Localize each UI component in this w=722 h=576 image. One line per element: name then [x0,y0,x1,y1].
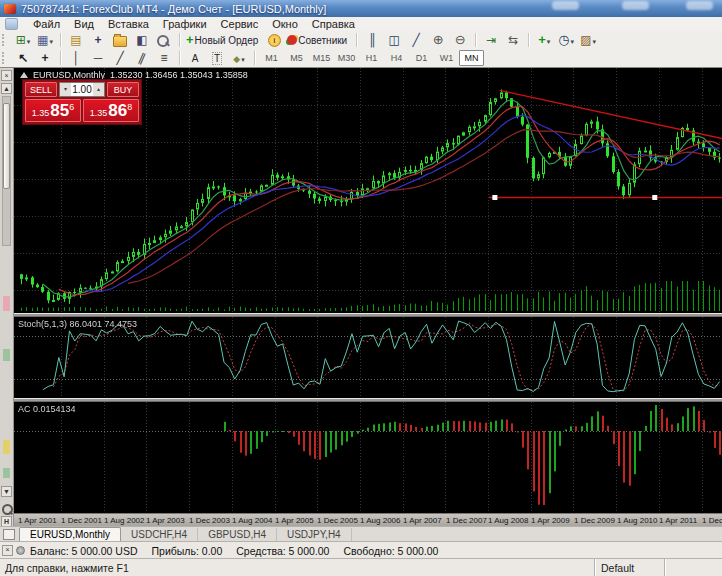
bar-chart-type-button[interactable] [362,31,382,49]
window-list-icon[interactable] [3,529,15,540]
chart-tab-bar: EURUSD,Monthly USDCHF,H4 GBPUSD,H4 USDJP… [0,526,722,542]
system-menu-icon[interactable] [5,18,18,30]
new-chart-icon [16,33,26,47]
navigator-button[interactable] [110,31,130,49]
toolbar-separator [60,33,61,47]
line-chart-type-button[interactable] [406,31,426,49]
zoom-out-icon [455,33,466,47]
info-button[interactable] [264,31,284,49]
tab-usdjpy-h4[interactable]: USDJPY,H4 [277,528,352,542]
timeframe-mn[interactable]: MN [459,50,484,66]
axis-tick: 1 Dec 2007 [446,516,487,525]
terminal-close-button[interactable]: × [2,545,13,556]
panel-color-mark [3,349,10,361]
crosshair-tool-button[interactable] [35,49,55,67]
chevron-down-icon [48,35,53,46]
market-watch-button[interactable] [66,31,86,49]
auto-scroll-button[interactable] [481,31,501,49]
volume-up-button[interactable]: ▴ [93,83,104,96]
tab-gbpusd-h4[interactable]: GBPUSD,H4 [198,528,277,542]
axis-tick: 1 Dec 2011 [702,516,722,525]
menu-help[interactable]: Справка [305,17,362,31]
horizontal-line-button[interactable] [88,49,108,67]
scroll-down-button[interactable]: ▼ [1,486,12,497]
scrollbar-thumb[interactable] [3,103,10,189]
chevron-down-icon [570,35,575,46]
info-icon [268,34,281,47]
sell-button[interactable]: SELL [25,82,57,97]
shapes-icon [233,51,240,66]
close-button[interactable] [686,1,713,10]
periods-button[interactable] [556,31,576,49]
fibonacci-button[interactable] [154,49,174,67]
zoom-in-button[interactable] [428,31,448,49]
menu-view[interactable]: Вид [67,17,101,31]
templates-button[interactable] [578,31,598,49]
axis-tick: 1 Apr 2003 [146,516,185,525]
time-axis[interactable]: 1 Apr 2001 1 Dec 2001 1 Aug 2002 1 Apr 2… [14,513,722,527]
account-status-icon [16,546,25,555]
crosshair-icon [41,51,48,65]
chart-shift-icon [508,33,518,47]
collapse-triangle-icon[interactable] [20,72,28,78]
strategy-tester-button[interactable] [154,31,174,49]
strip-close-button[interactable]: × [1,70,12,81]
data-window-button[interactable] [88,31,108,49]
tester-icon [157,35,169,47]
timeframe-m15[interactable]: M15 [309,50,334,66]
text-tool-button[interactable] [185,49,205,67]
menu-window[interactable]: Окно [265,17,305,31]
menu-insert[interactable]: Вставка [101,17,156,31]
window-title: 750787441: ForexClub MT4 - Демо Счет - [… [21,3,326,15]
strip-scrollbar[interactable] [2,96,11,246]
profiles-button[interactable] [35,31,55,49]
candlestick-icon [389,33,400,47]
timeframe-w1[interactable]: W1 [434,50,459,66]
menu-charts[interactable]: Графики [156,17,214,31]
bid-price[interactable]: 1.35 85 6 [25,99,81,122]
fibonacci-icon [160,51,167,65]
profile-cell[interactable]: Default [594,559,664,576]
text-label-button[interactable] [207,49,227,67]
ask-prefix: 1.35 [90,108,108,118]
status-bar: Для справки, нажмите F1 Default [0,558,722,576]
minimize-button[interactable] [552,1,579,10]
bid-big-digits: 85 [50,102,69,120]
timeframe-h4[interactable]: H4 [384,50,409,66]
new-chart-button[interactable] [13,31,33,49]
one-click-trading-panel: SELL ▾ 1.00 ▴ BUY 1.35 85 6 1.35 [22,79,142,125]
text-icon [192,51,199,66]
cursor-tool-button[interactable] [13,49,33,67]
vertical-line-button[interactable] [66,49,86,67]
menu-tools[interactable]: Сервис [214,17,266,31]
maximize-button[interactable] [622,1,649,10]
zoom-out-button[interactable] [450,31,470,49]
timeframe-h1[interactable]: H1 [359,50,384,66]
chart-shift-button[interactable] [503,31,523,49]
terminal-button[interactable] [132,31,152,49]
timeframe-m5[interactable]: M5 [284,50,309,66]
channel-button[interactable] [132,49,152,67]
trendline-button[interactable] [110,49,130,67]
ask-price[interactable]: 1.35 86 8 [83,99,139,122]
volume-value[interactable]: 1.00 [71,83,93,96]
tab-usdchf-h4[interactable]: USDCHF,H4 [121,528,198,542]
app-icon [4,4,16,14]
chart-canvas[interactable] [14,68,722,513]
volume-down-button[interactable]: ▾ [60,83,71,96]
scroll-up-button[interactable]: ▲ [1,83,12,94]
strip-search-icon[interactable] [2,504,13,515]
menu-file[interactable]: Файл [26,17,67,31]
tab-eurusd-monthly[interactable]: EURUSD,Monthly [19,527,121,542]
candle-chart-type-button[interactable] [384,31,404,49]
panel-color-mark [3,440,10,454]
new-order-button[interactable]: Новый Ордер [185,31,262,49]
timeframe-m1[interactable]: M1 [259,50,284,66]
timeframe-d1[interactable]: D1 [409,50,434,66]
indicators-button[interactable] [534,31,554,49]
buy-button[interactable]: BUY [107,82,139,97]
arrows-button[interactable] [229,49,249,67]
ask-pip-digit: 8 [127,102,132,112]
timeframe-m30[interactable]: M30 [334,50,359,66]
experts-button[interactable]: Советники [286,31,351,49]
